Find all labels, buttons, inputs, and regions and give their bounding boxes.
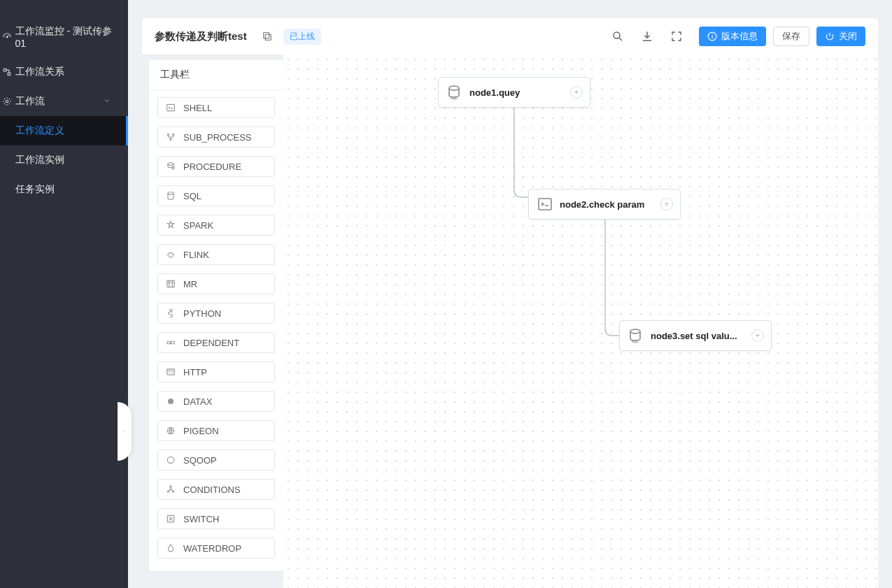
python-icon (165, 308, 176, 319)
tool-label: DATAX (183, 396, 212, 407)
tool-label: SQOOP (183, 455, 217, 466)
tool-dependent[interactable]: DEPENDENT (157, 332, 275, 353)
svg-text:SQL: SQL (632, 339, 639, 343)
dashboard-icon (1, 31, 13, 43)
dag-node-title: node2.check param (560, 199, 660, 210)
svg-rect-5 (263, 33, 269, 38)
main: 参数传递及判断test 已上线 版本信息 保存 关闭 (128, 0, 892, 588)
dag-canvas[interactable]: SQL node1.quey + node2.check param + SQL… (283, 55, 878, 588)
tool-label: FLINK (183, 250, 209, 260)
download-icon[interactable] (640, 29, 654, 43)
sidebar-item-task-inst[interactable]: 任务实例 (0, 175, 128, 204)
sidebar-item-workflow[interactable]: 工作流 (0, 87, 128, 116)
svg-point-12 (172, 134, 174, 135)
add-icon[interactable]: + (570, 86, 583, 99)
tool-switch[interactable]: SWITCH (157, 508, 275, 529)
spark-icon (165, 220, 176, 231)
svg-rect-21 (167, 369, 175, 375)
dag-node-title: node3.set sql valu... (651, 331, 751, 341)
fullscreen-icon[interactable] (670, 29, 684, 43)
svg-point-14 (168, 163, 174, 166)
status-badge: 已上线 (283, 29, 321, 45)
svg-point-26 (167, 491, 169, 492)
svg-rect-17 (167, 280, 175, 287)
tool-label: PYTHON (183, 308, 221, 319)
sqoop-icon (165, 454, 176, 466)
svg-point-13 (170, 138, 171, 140)
copy-icon[interactable] (261, 30, 274, 43)
svg-point-24 (167, 457, 174, 463)
svg-point-31 (449, 86, 459, 90)
dag-node-1[interactable]: SQL node1.quey + (438, 77, 590, 108)
tool-label: CONDITIONS (183, 485, 241, 495)
tool-sqoop[interactable]: SQOOP (157, 450, 275, 471)
tool-subprocess[interactable]: SUB_PROCESS (157, 127, 275, 148)
tool-python[interactable]: PYTHON (157, 303, 275, 324)
add-icon[interactable]: + (751, 329, 764, 342)
dag-node-2[interactable]: node2.check param + (528, 189, 681, 220)
svg-rect-1 (3, 69, 6, 71)
sidebar: 工作流监控 - 测试传参01 工作流关系 工作流 工作流定义 工作流实例 任务实… (0, 0, 128, 588)
waterdrop-icon (165, 543, 176, 554)
tool-label: SWITCH (183, 514, 219, 524)
sidebar-item-monitor[interactable]: 工作流监控 - 测试传参01 (0, 17, 128, 57)
button-label: 保存 (782, 30, 800, 43)
sidebar-item-relation[interactable]: 工作流关系 (0, 57, 128, 87)
conditions-icon (165, 484, 176, 495)
sidebar-collapse-handle[interactable] (118, 402, 132, 461)
flink-icon (165, 249, 176, 260)
svg-point-18 (170, 310, 171, 311)
add-icon[interactable]: + (660, 198, 673, 210)
tool-conditions[interactable]: CONDITIONS (157, 479, 275, 500)
tool-label: SUB_PROCESS (183, 132, 252, 143)
svg-point-8 (712, 34, 713, 36)
topbar: 参数传递及判断test 已上线 版本信息 保存 关闭 (142, 18, 878, 55)
info-icon (707, 31, 717, 41)
tool-label: HTTP (183, 367, 207, 378)
svg-rect-2 (8, 73, 10, 76)
sidebar-item-label: 工作流 (15, 95, 45, 108)
svg-point-16 (168, 192, 174, 195)
tool-label: WATERDROP (183, 543, 241, 554)
tool-label: SPARK (183, 220, 213, 231)
tool-spark[interactable]: SPARK (157, 215, 275, 236)
tool-label: DEPENDENT (183, 338, 239, 348)
tool-waterdrop[interactable]: WATERDROP (157, 538, 275, 559)
sidebar-item-label: 工作流关系 (15, 66, 64, 78)
sql-icon: SQL (627, 327, 645, 345)
tool-mr[interactable]: MR (157, 273, 275, 294)
sidebar-item-workflow-def[interactable]: 工作流定义 (0, 116, 128, 145)
power-icon (825, 31, 835, 41)
sidebar-item-label: 任务实例 (15, 183, 55, 196)
svg-rect-19 (167, 341, 171, 344)
sql-icon (165, 190, 176, 201)
toolbox: 工具栏 SHELL SUB_PROCESS PROCEDURE SQL SPAR… (149, 60, 283, 571)
svg-rect-9 (712, 36, 712, 38)
tool-label: PIGEON (183, 426, 219, 436)
version-button[interactable]: 版本信息 (699, 27, 766, 46)
svg-point-15 (172, 167, 175, 170)
tool-http[interactable]: HTTP (157, 361, 275, 382)
tool-label: SHELL (183, 103, 212, 113)
tool-shell[interactable]: SHELL (157, 97, 275, 118)
svg-rect-33 (539, 199, 551, 210)
switch-icon (165, 513, 176, 524)
svg-point-22 (168, 399, 174, 404)
dag-node-3[interactable]: SQL node3.set sql valu... + (619, 320, 772, 351)
tool-sql[interactable]: SQL (157, 185, 275, 206)
tool-datax[interactable]: DATAX (157, 391, 275, 412)
sidebar-item-label: 工作流监控 - 测试传参01 (15, 25, 120, 49)
dependent-icon (165, 337, 176, 348)
tool-list: SHELL SUB_PROCESS PROCEDURE SQL SPARK FL… (149, 90, 283, 571)
tool-flink[interactable]: FLINK (157, 244, 275, 265)
search-icon[interactable] (611, 29, 625, 43)
save-button[interactable]: 保存 (773, 27, 809, 46)
close-button[interactable]: 关闭 (816, 27, 865, 46)
tool-procedure[interactable]: PROCEDURE (157, 156, 275, 177)
chevron-down-icon (103, 96, 111, 107)
svg-rect-4 (265, 34, 271, 40)
tool-pigeon[interactable]: PIGEON (157, 420, 275, 441)
sidebar-item-label: 工作流定义 (15, 124, 64, 137)
procedure-icon (165, 161, 176, 172)
sidebar-item-workflow-inst[interactable]: 工作流实例 (0, 145, 128, 175)
